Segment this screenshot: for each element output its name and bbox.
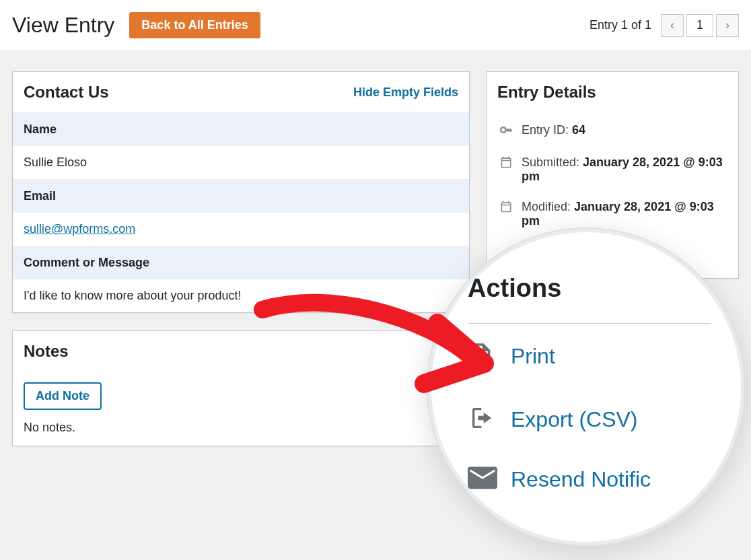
action-print-label: Print	[511, 344, 555, 369]
prev-entry-button[interactable]: ‹	[661, 14, 684, 37]
chevron-right-icon: ›	[725, 18, 729, 32]
no-notes-text: No notes.	[24, 421, 458, 435]
action-print[interactable]: Print	[468, 324, 711, 388]
hide-empty-fields-link[interactable]: Hide Empty Fields	[353, 85, 458, 100]
document-icon	[468, 340, 497, 372]
entry-pager: ‹ 1 ›	[661, 14, 739, 37]
next-entry-button[interactable]: ›	[716, 14, 739, 37]
page-title: View Entry	[12, 13, 114, 38]
form-fields-panel: Contact Us Hide Empty Fields Name Sullie…	[12, 71, 470, 313]
field-comment-value: I'd like to know more about your product…	[13, 279, 469, 312]
modified-row: Modified: January 28, 2021 @ 9:03 pm	[499, 192, 726, 236]
page-number: 1	[686, 14, 713, 37]
field-name-label: Name	[13, 112, 469, 146]
form-title: Contact Us	[24, 83, 109, 102]
chevron-left-icon: ‹	[670, 18, 674, 32]
svg-rect-2	[476, 361, 482, 363]
add-note-button[interactable]: Add Note	[24, 382, 102, 410]
key-icon	[499, 123, 513, 139]
calendar-icon	[499, 200, 513, 216]
page-header: View Entry Back to All Entries Entry 1 o…	[0, 0, 751, 51]
entry-count: Entry 1 of 1	[589, 18, 651, 32]
modified-label: Modified:	[522, 200, 574, 213]
calendar-icon	[499, 155, 513, 172]
export-icon	[468, 405, 497, 434]
entry-details-title: Entry Details	[497, 83, 596, 102]
submitted-label: Submitted:	[522, 155, 583, 169]
entry-id-row: Entry ID: 64	[499, 115, 726, 147]
action-export-label: Export (CSV)	[511, 407, 637, 432]
svg-rect-0	[476, 355, 485, 357]
field-email-label: Email	[13, 179, 469, 213]
field-email-value: sullie@wpforms.com	[13, 213, 469, 246]
email-link[interactable]: sullie@wpforms.com	[24, 222, 135, 236]
notes-panel: Notes Add Note No notes.	[12, 330, 470, 446]
notes-title: Notes	[24, 342, 69, 361]
field-name-value: Sullie Eloso	[13, 146, 469, 179]
back-to-entries-button[interactable]: Back to All Entries	[129, 12, 260, 38]
svg-rect-1	[476, 358, 485, 360]
actions-title: Actions	[468, 274, 711, 324]
actions-zoom-overlay: Actions Print Export (CSV) Resend Notifi…	[428, 229, 744, 545]
field-comment-label: Comment or Message	[13, 246, 469, 279]
action-resend[interactable]: Resend Notific	[468, 450, 711, 508]
entry-id-label: Entry ID:	[522, 123, 572, 137]
action-resend-label: Resend Notific	[511, 467, 651, 492]
action-export[interactable]: Export (CSV)	[468, 388, 711, 450]
envelope-icon	[468, 466, 497, 492]
entry-id-value: 64	[572, 123, 585, 137]
submitted-row: Submitted: January 28, 2021 @ 9:03 pm	[499, 147, 726, 192]
